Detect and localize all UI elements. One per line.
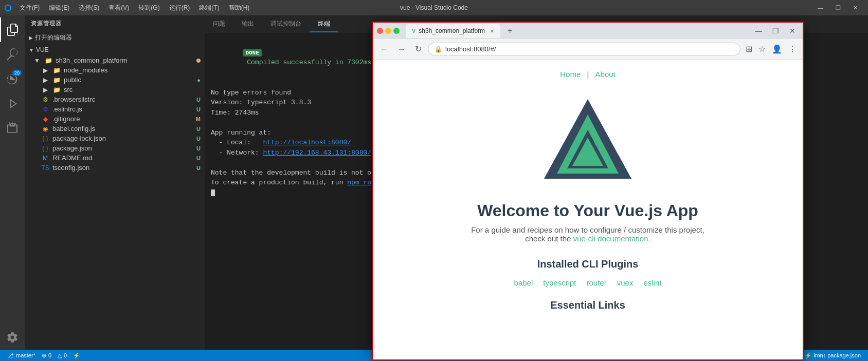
info-icon: ⚡ <box>73 352 80 359</box>
tab-debug-console[interactable]: 调试控制台 <box>262 16 310 32</box>
tab-problems[interactable]: 问题 <box>205 16 233 32</box>
plugin-eslint-link[interactable]: eslint <box>643 278 661 287</box>
browser-back-button[interactable]: ← <box>377 43 391 56</box>
browser-tab[interactable]: V sh3h_common_platform ✕ <box>406 24 500 38</box>
browser-min-btn[interactable] <box>385 28 391 34</box>
nav-separator: | <box>587 70 591 79</box>
menu-help[interactable]: 帮助(H) <box>225 3 254 13</box>
menu-view[interactable]: 查看(V) <box>104 3 133 13</box>
browser-forward-button[interactable]: → <box>394 43 409 56</box>
browser-menu-icon[interactable]: ⋮ <box>786 42 799 56</box>
installed-plugins-links: babel typescript router vuex eslint <box>383 278 792 287</box>
tree-item-tsconfig[interactable]: TS tsconfig.json U <box>25 163 205 173</box>
plugin-typescript-link[interactable]: typescript <box>543 278 576 287</box>
status-branch[interactable]: ⎇ master* <box>4 352 39 359</box>
browser-win-minimize[interactable]: — <box>752 26 765 36</box>
title-bar-menu: 文件(F) 编辑(E) 选择(S) 查看(V) 转到(G) 运行(R) 终端(T… <box>15 3 254 13</box>
activity-extensions[interactable] <box>0 116 25 141</box>
menu-select[interactable]: 选择(S) <box>75 3 103 13</box>
window-title: vue - Visual Studio Code <box>400 4 468 11</box>
close-button[interactable]: ✕ <box>847 3 864 13</box>
tab-output[interactable]: 输出 <box>233 16 262 32</box>
browserslistrc-label: .browserslistrc <box>52 96 95 103</box>
activity-explorer[interactable] <box>0 17 25 42</box>
installed-plugins-section: Installed CLI Plugins babel typescript r… <box>383 258 792 287</box>
file-tree: ▼ 📁 sh3h_common_platform ▶ 📁 node_module… <box>25 55 205 350</box>
browser-action-buttons: ⊞ ☆ 👤 ⋮ <box>744 42 799 56</box>
status-iron[interactable]: ⚡ iron↑ package.json <box>802 352 864 359</box>
plugin-router-link[interactable]: router <box>587 278 607 287</box>
menu-run[interactable]: 运行(R) <box>165 3 194 13</box>
src-icon: 📁 <box>52 86 61 93</box>
tree-item-src[interactable]: ▶ 📁 src <box>25 85 205 94</box>
browser-max-btn[interactable] <box>393 28 400 34</box>
package-lock-label: package-lock.json <box>52 135 106 142</box>
tree-item-babel[interactable]: ◉ babel.config.js U <box>25 124 205 134</box>
plugin-babel-link[interactable]: babel <box>514 278 533 287</box>
url-bar[interactable]: 🔒 localhost:8080/#/ <box>428 43 740 55</box>
minimize-button[interactable]: — <box>811 3 829 13</box>
browser-win-restore[interactable]: ❐ <box>769 26 782 36</box>
sidebar-header: 资源管理器 <box>25 15 205 31</box>
tab-terminal[interactable]: 终端 <box>310 16 338 32</box>
plugin-vuex-link[interactable]: vuex <box>617 278 634 287</box>
vue-app-subtitle: For a guide and recipes on how to config… <box>471 225 704 243</box>
browser-title-bar: V sh3h_common_platform ✕ + — ❐ ✕ <box>373 23 803 39</box>
activity-bar: 20 <box>0 15 25 350</box>
tree-item-gitignore[interactable]: ◆ .gitignore M <box>25 114 205 124</box>
maximize-button[interactable]: ❐ <box>829 3 847 13</box>
readme-badge: U <box>196 155 201 161</box>
activity-source-control[interactable]: 20 <box>0 67 25 91</box>
browser-close-btn[interactable] <box>377 28 383 34</box>
status-info[interactable]: ⚡ <box>70 352 83 359</box>
translate-icon[interactable]: ⊞ <box>744 42 754 56</box>
menu-goto[interactable]: 转到(G) <box>134 3 164 13</box>
bookmark-icon[interactable]: ☆ <box>756 42 768 56</box>
url-text: localhost:8080/#/ <box>445 45 496 53</box>
source-control-badge: 20 <box>12 70 22 76</box>
root-folder-chevron-icon: ▼ <box>33 57 41 64</box>
tree-item-root[interactable]: ▼ 📁 sh3h_common_platform <box>25 55 205 65</box>
status-errors[interactable]: ⊗ 0 <box>39 352 55 359</box>
nav-home-link[interactable]: Home <box>560 70 581 79</box>
vue-app-title: Welcome to Your Vue.js App <box>477 201 698 220</box>
browser-add-tab-button[interactable]: + <box>504 26 515 35</box>
menu-edit[interactable]: 编辑(E) <box>45 3 74 13</box>
vue-app-nav: Home | About <box>560 70 615 79</box>
vue-section[interactable]: ▼ VUE <box>25 44 205 55</box>
activity-search[interactable] <box>0 42 25 67</box>
tree-item-browserslistrc[interactable]: ⚙ .browserslistrc U <box>25 94 205 104</box>
tsconfig-icon: TS <box>41 164 49 172</box>
open-editors-section[interactable]: ▶ 打开的编辑器 <box>25 31 205 44</box>
tree-item-package[interactable]: { } package.json U <box>25 143 205 153</box>
vue-section-chevron: ▼ <box>29 47 34 53</box>
browser-win-close[interactable]: ✕ <box>786 26 799 36</box>
tree-item-eslintrc[interactable]: ⚙ .eslintrc.js U <box>25 104 205 114</box>
menu-file[interactable]: 文件(F) <box>15 3 44 13</box>
babel-icon: ◉ <box>41 125 49 132</box>
profile-icon[interactable]: 👤 <box>770 42 784 56</box>
menu-terminal[interactable]: 终端(T) <box>195 3 223 13</box>
status-warnings[interactable]: △ 0 <box>55 352 70 359</box>
browser-refresh-button[interactable]: ↻ <box>412 42 425 56</box>
iron-label: ⚡ iron↑ package.json <box>805 352 861 359</box>
tree-item-public[interactable]: ▶ 📁 public ● <box>25 75 205 85</box>
branch-icon: ⎇ <box>7 352 14 359</box>
activity-run[interactable] <box>0 91 25 116</box>
network-url-link[interactable]: http://192.168.43.131:8080/ <box>263 149 371 157</box>
nav-about-link[interactable]: About <box>595 70 616 79</box>
browser-tab-close-icon[interactable]: ✕ <box>490 28 494 34</box>
essential-links-section: Essential Links <box>383 299 792 319</box>
tree-item-package-lock[interactable]: { } package-lock.json U <box>25 134 205 143</box>
title-bar: ⬡ 文件(F) 编辑(E) 选择(S) 查看(V) 转到(G) 运行(R) 终端… <box>0 0 868 15</box>
tsconfig-label: tsconfig.json <box>52 164 89 172</box>
warning-icon: △ <box>58 352 62 359</box>
activity-settings[interactable] <box>0 325 25 350</box>
tree-item-readme[interactable]: M README.md U <box>25 153 205 163</box>
eslintrc-badge: U <box>196 106 201 112</box>
subtitle-text2: check out the <box>525 234 573 243</box>
vue-cli-docs-link[interactable]: vue-cli documentation. <box>573 234 650 243</box>
babel-label: babel.config.js <box>52 125 95 132</box>
local-url-link[interactable]: http://localhost:8080/ <box>263 139 351 146</box>
tree-item-node-modules[interactable]: ▶ 📁 node_modules <box>25 65 205 75</box>
